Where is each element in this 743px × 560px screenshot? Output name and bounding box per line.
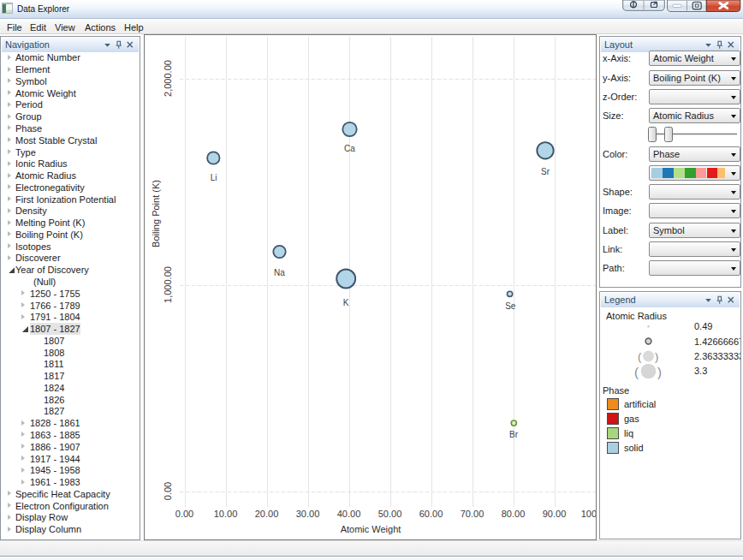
svg-text:): ) bbox=[657, 365, 662, 379]
svg-text:(: ( bbox=[634, 365, 639, 379]
svg-text:): ) bbox=[655, 350, 658, 363]
svg-text:(: ( bbox=[638, 350, 642, 363]
